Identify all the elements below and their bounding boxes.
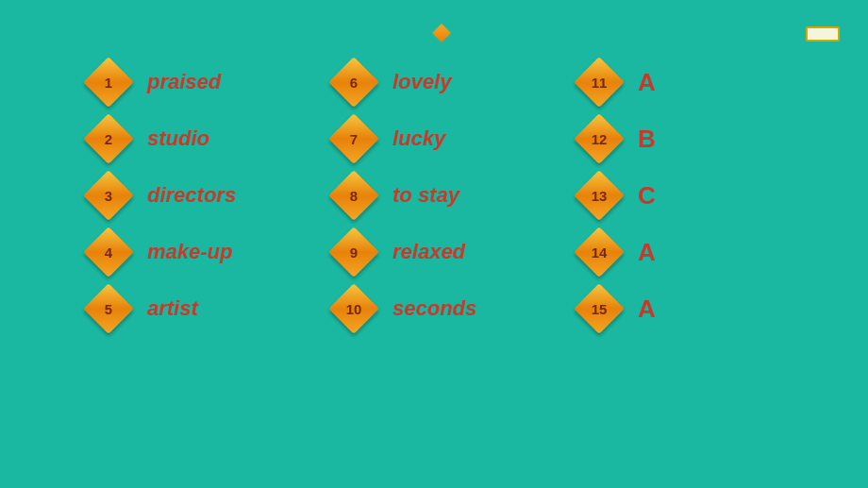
item-label: A [638, 68, 656, 97]
diamond-badge: 5 [85, 285, 132, 332]
item-number: 14 [592, 244, 608, 261]
item-label: artist [147, 296, 198, 321]
main-content: 1praised2studio3directors4make-up5artist… [0, 40, 868, 332]
diamond-badge: 9 [330, 228, 377, 276]
list-item: 7lucky [330, 115, 445, 162]
item-number: 4 [105, 244, 112, 261]
item-number: 15 [592, 301, 608, 317]
item-label: make-up [147, 240, 232, 264]
item-label: A [638, 238, 656, 267]
item-label: B [638, 125, 656, 154]
diamond-badge: 8 [330, 172, 377, 219]
diamond-badge: 1 [85, 59, 132, 106]
diamond-badge: 14 [576, 228, 623, 276]
diamond-badge: 12 [576, 115, 623, 162]
diamond-badge: 2 [85, 115, 132, 162]
list-item: 10seconds [330, 285, 476, 332]
list-item: 13C [576, 172, 656, 219]
diamond-badge: 15 [576, 285, 623, 332]
item-label: directors [147, 183, 236, 208]
diamond-badge: 6 [330, 59, 377, 106]
item-number: 13 [592, 188, 608, 204]
item-number: 11 [592, 75, 608, 91]
answer-button[interactable] [806, 26, 840, 42]
list-item: 4make-up [85, 228, 232, 276]
list-item: 6lovely [330, 59, 451, 106]
item-label: relaxed [392, 240, 465, 264]
column-3: 11A12B13C14A15A [557, 59, 802, 332]
list-item: 9relaxed [330, 228, 465, 276]
item-label: studio [147, 126, 209, 151]
item-label: C [638, 181, 656, 210]
item-number: 5 [105, 301, 112, 317]
hint-diamond-icon [432, 24, 451, 42]
item-label: A [638, 294, 656, 324]
diamond-badge: 10 [330, 285, 377, 332]
diamond-badge: 7 [330, 115, 377, 162]
header [0, 0, 868, 40]
column-2: 6lovely7lucky8to stay9relaxed10seconds [311, 59, 557, 332]
list-item: 12B [576, 115, 656, 162]
diamond-badge: 13 [576, 172, 623, 219]
item-label: to stay [392, 183, 459, 208]
list-item: 8to stay [330, 172, 459, 219]
list-item: 15A [576, 285, 656, 332]
list-item: 2studio [85, 115, 209, 162]
column-1: 1praised2studio3directors4make-up5artist [66, 59, 311, 332]
item-label: lovely [392, 70, 451, 94]
diamond-badge: 11 [576, 59, 623, 106]
hint-text [431, 26, 452, 40]
item-number: 6 [350, 75, 358, 91]
item-label: seconds [392, 296, 476, 321]
item-number: 3 [105, 188, 112, 204]
item-label: lucky [392, 126, 445, 151]
item-number: 9 [350, 244, 358, 261]
item-number: 1 [105, 75, 112, 91]
item-number: 12 [592, 131, 608, 147]
item-number: 7 [350, 131, 358, 147]
list-item: 11A [576, 59, 656, 106]
list-item: 3directors [85, 172, 236, 219]
item-number: 8 [350, 188, 358, 204]
list-item: 5artist [85, 285, 198, 332]
item-label: praised [147, 70, 221, 94]
diamond-badge: 3 [85, 172, 132, 219]
item-number: 10 [346, 301, 362, 317]
diamond-badge: 4 [85, 228, 132, 276]
list-item: 14A [576, 228, 656, 276]
list-item: 1praised [85, 59, 221, 106]
item-number: 2 [105, 131, 112, 147]
